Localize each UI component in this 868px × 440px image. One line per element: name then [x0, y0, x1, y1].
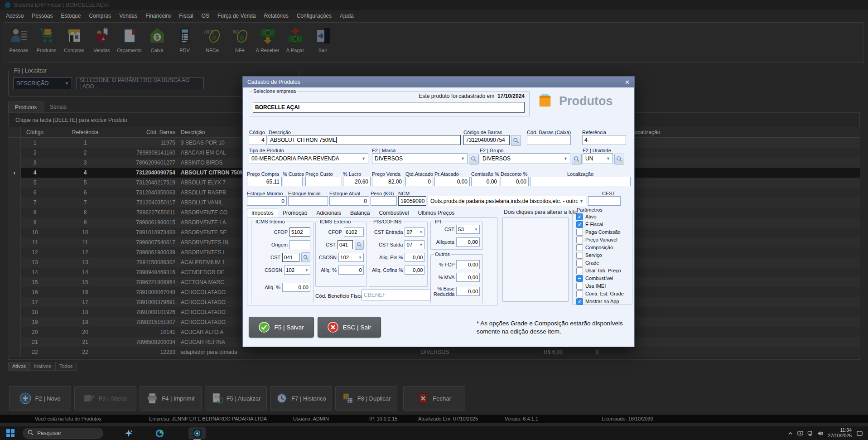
param-grade[interactable]: Grade — [576, 259, 632, 266]
icms-ext-cst-input[interactable]: 041 — [338, 240, 353, 249]
field-lucro-input[interactable]: 20,60 — [343, 177, 371, 186]
field-desconto-input[interactable]: 0,00 — [501, 177, 529, 186]
menu-item-acesso[interactable]: Acesso — [2, 11, 28, 21]
menu-item-estoque[interactable]: Estoque — [57, 11, 85, 21]
tab-seriais[interactable]: Seriais — [43, 102, 73, 113]
product-photo[interactable] — [502, 218, 569, 302]
grupo-search-button[interactable] — [572, 154, 582, 164]
grupo-select[interactable]: DIVERSOS▼ — [480, 153, 570, 164]
fcp-input[interactable]: 0,00 — [456, 260, 480, 269]
toolbar-receber[interactable]: À Receber — [254, 25, 281, 53]
menu-item-ajuda[interactable]: Ajuda — [336, 11, 358, 21]
field-peso-kg-input[interactable] — [371, 196, 397, 206]
field-localiza-o-input[interactable] — [530, 177, 631, 186]
icms-ext-cst-search-button[interactable] — [355, 240, 364, 250]
param-paga-comiss-o[interactable]: Paga Comissão — [576, 228, 632, 236]
tipo-select[interactable]: 00-MERCADORIA PARA REVENDA▼ — [249, 153, 368, 164]
dialog-tab-balan-a[interactable]: Balança — [346, 208, 374, 218]
param-ativo[interactable]: Ativo — [576, 213, 632, 220]
menu-item-fiscal[interactable]: Fiscal — [175, 11, 197, 21]
menu-item-financeiro[interactable]: Financeiro — [141, 11, 175, 21]
mva-input[interactable]: 0,00 — [456, 273, 480, 282]
dialog-tab-promo-o[interactable]: Promoção — [278, 208, 312, 218]
copilot-icon[interactable] — [123, 428, 134, 439]
descricao-input[interactable]: ABSOLUT CITRON 750ML — [268, 135, 461, 145]
toolbar-vendas[interactable]: Vendas — [88, 25, 116, 53]
close-icon[interactable]: ✕ — [625, 79, 630, 86]
aliq-cofins-input[interactable]: 0,00 — [405, 266, 424, 275]
param-usa-imei[interactable]: Usa IMEI — [576, 282, 632, 290]
ipi-cst-select[interactable]: 53▼ — [456, 225, 480, 234]
field-qtd-atacado-input[interactable]: 0 — [405, 177, 433, 186]
edge-icon[interactable] — [154, 428, 165, 439]
aliq-pis-input[interactable]: 0,00 — [405, 253, 424, 262]
toolbar-nfe[interactable]: NFe NFe — [226, 25, 254, 53]
toolbar-sair[interactable]: Sair — [309, 25, 337, 53]
menu-item-relat-rios[interactable]: Relatórios — [260, 11, 293, 21]
base-reduzida-input[interactable]: 0,00 — [456, 287, 480, 296]
save-button[interactable]: F5 | Salvar — [249, 317, 314, 338]
field-custos-input[interactable] — [283, 177, 303, 186]
field-pre-o-compra-input[interactable]: 65,11 — [247, 177, 282, 186]
param-composi-o[interactable]: Composição — [576, 244, 632, 251]
tab-inativos[interactable]: Inativos — [30, 362, 55, 371]
tab-ativos[interactable]: Ativos — [8, 362, 30, 371]
locate-search-input[interactable]: SELECIONE O PARÂMETRO DA BUSCA AO LADO..… — [76, 77, 204, 89]
param-contr-est-grade[interactable]: Contr. Est. Grade — [576, 290, 632, 297]
icms-int-csosn-select[interactable]: 102▼ — [284, 266, 310, 275]
referencia-input[interactable]: 4 — [582, 135, 626, 145]
field-estoque-atual-input[interactable]: 0 — [329, 196, 369, 206]
toolbar-or-amento[interactable]: Orçamento — [116, 25, 143, 53]
pis-cst-saida-select[interactable]: 07▼ — [405, 240, 424, 249]
button-fechar[interactable]: Fechar — [403, 386, 465, 411]
ipi-aliquota-input[interactable]: 0,00 — [456, 237, 480, 247]
menu-item-pessoas[interactable]: Pessoas — [28, 11, 57, 21]
network-icon[interactable] — [805, 428, 815, 438]
icms-int-cfop-input[interactable]: 5102 — [289, 227, 310, 237]
param-servi-o[interactable]: Serviço — [576, 251, 632, 259]
icms-int-origem-input[interactable] — [289, 240, 310, 249]
marca-select[interactable]: DIVERSOS▼ — [372, 153, 468, 164]
icms-ext-aliq-input[interactable]: 0 — [338, 266, 364, 275]
toolbar-produtos[interactable]: Produtos — [33, 25, 60, 53]
barras-caixa-input[interactable] — [527, 135, 571, 145]
barras-search-button[interactable] — [511, 135, 521, 146]
pis-cst-entrada-select[interactable]: 07▼ — [405, 227, 424, 237]
field-pre-o-venda-input[interactable]: 82,00 — [372, 177, 404, 186]
dialog-tab-combustivel[interactable]: Combustivel — [374, 208, 413, 218]
button-f5-atualizar[interactable]: F5 | Atualizar — [205, 386, 267, 411]
button-f4-imprimir[interactable]: F4 | Imprimir — [140, 386, 202, 411]
toolbar-caixa[interactable]: $ Caixa — [143, 25, 171, 53]
ncm-input[interactable]: 19059090 — [398, 196, 426, 206]
beneficio-input[interactable]: CBENEF — [362, 290, 430, 300]
toolbar-compras[interactable]: Compras — [60, 25, 88, 53]
toolbar-pdv[interactable]: PDV — [171, 25, 198, 53]
notification-icon[interactable] — [854, 428, 864, 438]
field-pr-atacado-input[interactable]: 0,00 — [434, 177, 470, 186]
field-pre-o-custo-input[interactable] — [305, 177, 342, 186]
button-f3-alterar[interactable]: F3 | Alterar — [74, 386, 136, 411]
start-button[interactable] — [6, 429, 14, 437]
tab-todos[interactable]: Todos — [55, 362, 77, 371]
param-pre-o-variavel[interactable]: Preço Variavel — [576, 236, 632, 243]
locate-filter-select[interactable]: DESCRIÇÃO ▼ — [13, 77, 72, 89]
taskbar-clock[interactable]: 11:34 27/10/2025 — [828, 428, 852, 438]
menu-item-configura-es[interactable]: Configurações — [293, 11, 336, 21]
table-row[interactable]: 222212283adaptador para tomadaDIVERSOSR$… — [8, 347, 860, 357]
company-input[interactable]: BORCELLE AÇAI — [253, 102, 525, 113]
param-mostrar-no-app[interactable]: Mostrar no App — [576, 298, 632, 305]
toolbar-nfce[interactable]: NFCe NFCe — [198, 25, 226, 53]
field-estoque-inicial-input[interactable] — [288, 196, 328, 206]
toolbar-pessoas[interactable]: Pessoas — [5, 25, 33, 53]
codigo-input[interactable]: 4 — [249, 135, 267, 145]
exit-button[interactable]: ESC | Sair — [318, 317, 381, 338]
button-f2-novo[interactable]: F2 | Novo — [9, 386, 71, 411]
volume-icon[interactable] — [815, 428, 825, 438]
param-usar-tab-pre-o[interactable]: Usar Tab. Preço — [576, 267, 632, 274]
field-estoque-min-mo-input[interactable]: 0 — [247, 196, 287, 206]
button-f8-duplicar[interactable]: F8 | Duplicar — [335, 386, 397, 411]
barras-input[interactable]: 7312040090754 — [463, 135, 510, 145]
menu-item-vendas[interactable]: Vendas — [115, 11, 141, 21]
menu-item-compras[interactable]: Compras — [85, 11, 115, 21]
taskbar-search[interactable]: Pesquisar — [23, 428, 103, 439]
